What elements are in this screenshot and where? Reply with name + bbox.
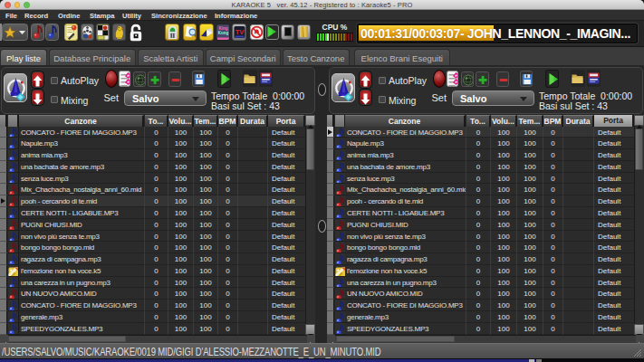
svg-text:TV: TV xyxy=(235,28,245,36)
svg-text:Kong: Kong xyxy=(218,31,229,35)
